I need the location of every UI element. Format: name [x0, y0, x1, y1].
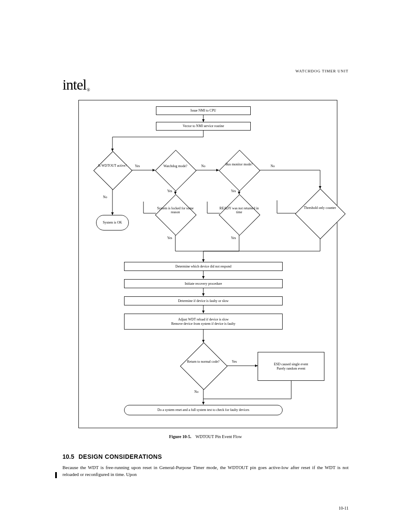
edge-d2-yes: Yes: [167, 189, 172, 193]
edge-d4-yes: Yes: [167, 236, 172, 240]
edge-d3-no: No: [271, 164, 275, 168]
terminal-system-reset: Do a system reset and a full system test…: [124, 405, 283, 415]
revision-bar-icon: [55, 472, 57, 478]
terminal-system-ok: System is OK: [96, 215, 129, 230]
section-body: Because the WDT is free-running upon res…: [62, 464, 349, 478]
edge-d7-yes: Yes: [232, 360, 237, 364]
edge-d3-yes: Yes: [231, 189, 236, 193]
box-initiate-recovery: Initiate recovery procedure: [124, 279, 283, 288]
figure-frame: Issue NMI to CPU Vector to NMI service r…: [78, 100, 337, 428]
box-adjust-reload: Adjust WDT reload if device is slow Remo…: [124, 314, 283, 330]
edge-d1-no: No: [103, 195, 107, 199]
edge-d2-no: No: [201, 164, 206, 168]
logo-registered: ®: [87, 87, 90, 92]
figure-caption-label: Figure 10-5.: [169, 434, 191, 439]
box-determine-device: Determine which device did not respond: [124, 262, 283, 271]
edge-d7-no: No: [194, 390, 199, 394]
section: 10.5 DESIGN CONSIDERATIONS Because the W…: [62, 453, 349, 478]
figure-caption: Figure 10-5. WDTOUT Pin Event Flow: [62, 434, 349, 439]
section-number: 10.5: [62, 453, 74, 460]
box-faulty-or-slow: Determine if device is faulty or slow: [124, 296, 283, 305]
box-vector-nmi: Vector to NMI service routine: [156, 122, 251, 131]
logo-text: intel: [62, 77, 86, 93]
section-title: DESIGN CONSIDERATIONS: [78, 453, 162, 460]
page-number: 10-11: [339, 506, 349, 510]
figure-caption-text: WDTOUT Pin Event Flow: [196, 434, 242, 439]
edge-d5-yes: Yes: [231, 236, 236, 240]
edge-d1-yes: Yes: [135, 164, 140, 168]
header-section-label: WATCHDOG TIMER UNIT: [296, 69, 349, 73]
box-esd-random: ESD caused single event Purely random ev…: [258, 352, 324, 381]
box-issue-nmi: Issue NMI to CPU: [156, 106, 251, 115]
intel-logo: intel®: [62, 77, 89, 93]
